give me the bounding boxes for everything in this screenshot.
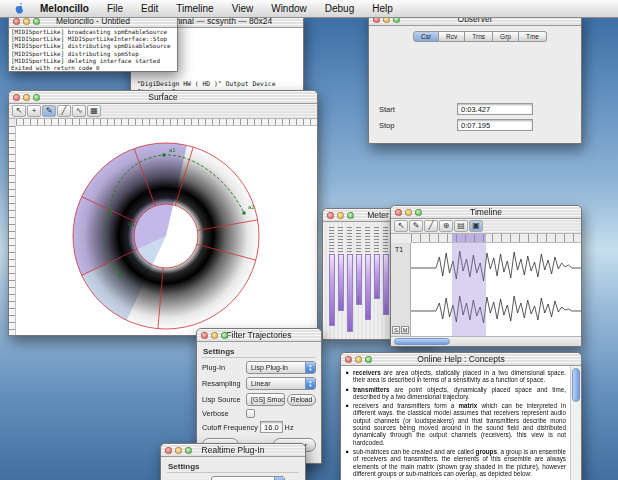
observer-window: Observer Csr Rcv Trns Grp Tme Start 0:03… (368, 12, 582, 144)
resampling-dropdown[interactable]: Linear ▲▼ (246, 377, 316, 390)
apple-menu[interactable] (8, 0, 31, 17)
time-selection (452, 234, 486, 242)
tab-receiver[interactable]: Rcv (439, 31, 465, 42)
cutoff-frequency-field[interactable]: 16.0 (260, 421, 283, 433)
help-titlebar[interactable]: Online Help : Concepts (341, 353, 581, 366)
menu-edit[interactable]: Edit (132, 0, 167, 17)
horizontal-ruler (16, 119, 317, 126)
tab-group[interactable]: Grp (493, 31, 519, 42)
observer-tab-bar: Csr Rcv Trns Grp Tme (413, 31, 573, 42)
surface-canvas[interactable]: a1 a2 E1 (16, 126, 317, 336)
start-time-field[interactable]: 0:03.427 (457, 103, 533, 115)
menu-window[interactable]: Window (262, 0, 316, 17)
close-button[interactable] (201, 332, 208, 339)
zoom-button[interactable] (33, 94, 40, 101)
close-button[interactable] (165, 447, 172, 454)
pointer-tool-icon[interactable]: ↖ (12, 105, 26, 117)
tab-cursor[interactable]: Csr (413, 31, 439, 42)
timeline-main: T1 S M (391, 243, 581, 336)
menu-file[interactable]: File (98, 0, 132, 17)
zoom-button[interactable] (33, 18, 40, 25)
stop-label: Stop (379, 121, 457, 130)
close-button[interactable] (327, 212, 334, 219)
zoom-tool-icon[interactable]: ⊕ (439, 220, 453, 232)
cutoff-label: Cutoff Frequency (202, 423, 260, 432)
blend-tool-icon[interactable]: ▤ (454, 220, 468, 232)
filter-titlebar[interactable]: Filter Trajectories (197, 329, 321, 342)
line-tool-icon[interactable]: ╱ (57, 105, 71, 117)
log-line: [MIDISportLike] MIDISportLikeInterface::… (11, 36, 175, 43)
menu-debug[interactable]: Debug (316, 0, 363, 17)
menu-view[interactable]: View (223, 0, 263, 17)
meter-bar (383, 254, 389, 315)
mute-button[interactable]: M (401, 326, 409, 334)
waveform (411, 243, 581, 336)
plugin-dropdown[interactable]: Lisp Plug-In ▲▼ (246, 361, 316, 374)
help-content: receivers are area objects, statically p… (341, 366, 570, 480)
minimize-button[interactable] (23, 18, 30, 25)
zoom-button[interactable] (347, 212, 354, 219)
scrollbar-thumb[interactable] (394, 338, 450, 345)
timeline-scrollbar[interactable] (391, 336, 581, 346)
minimize-button[interactable] (211, 332, 218, 339)
timeline-titlebar[interactable]: Timeline (391, 206, 581, 219)
verbose-row: Verbose (202, 409, 316, 418)
menu-help[interactable]: Help (363, 0, 402, 17)
plugin-label: Plug-In (202, 363, 246, 372)
realtime-body: Settings Plug-In Lisp Plug-In ▲▼ (161, 457, 305, 480)
zoom-button[interactable] (365, 356, 372, 363)
zoom-button[interactable] (415, 209, 422, 216)
log-line: [MIDISportLike] deleting interface start… (11, 58, 175, 65)
timeline-window: Timeline ↖ ✎ ╱ ⊕ ▤ ▣ T1 S M (390, 205, 582, 347)
pencil-tool-icon[interactable]: ✎ (42, 105, 56, 117)
minimize-button[interactable] (23, 94, 30, 101)
resampling-label: Resampling (202, 379, 246, 388)
close-button[interactable] (345, 356, 352, 363)
curve-tool-icon[interactable]: ∿ (72, 105, 86, 117)
help-bullet: receivers are area objects, statically p… (346, 369, 566, 384)
tab-time[interactable]: Tme (519, 31, 547, 42)
log-window: Meloncillo - Untitled [MIDISportLike] br… (8, 14, 178, 72)
meter-column (346, 226, 353, 332)
window-controls (201, 332, 228, 339)
reload-button[interactable]: Reload (287, 394, 316, 406)
line-tool-icon[interactable]: ╱ (424, 220, 438, 232)
zoom-button[interactable] (221, 332, 228, 339)
stop-row: Stop 0:07.195 (379, 119, 567, 131)
tab-transmitter[interactable]: Trns (465, 31, 493, 42)
surface-titlebar[interactable]: Surface (9, 91, 317, 104)
minimize-button[interactable] (405, 209, 412, 216)
minimize-button[interactable] (337, 212, 344, 219)
menu-timeline[interactable]: Timeline (167, 0, 222, 17)
meter-column (328, 226, 335, 326)
close-button[interactable] (13, 18, 20, 25)
menu-app[interactable]: Meloncillo (31, 0, 98, 17)
vertical-ruler (9, 126, 16, 335)
scrollbar-thumb[interactable] (572, 368, 580, 402)
catch-toggle-icon[interactable]: ▣ (469, 220, 483, 232)
lisp-source-row: Lisp Source [GS] Smooth ▲▼ Reload (202, 393, 316, 406)
meter-bar (338, 254, 344, 311)
plugin-dropdown[interactable]: Lisp Plug-In ▲▼ (211, 476, 285, 480)
stop-time-field[interactable]: 0:07.195 (457, 119, 533, 131)
minimize-button[interactable] (355, 356, 362, 363)
minimize-button[interactable] (175, 447, 182, 454)
pointer-tool-icon[interactable]: ↖ (394, 220, 408, 232)
help-bullet: receivers and transmitters form a matrix… (346, 402, 566, 446)
verbose-checkbox[interactable] (246, 409, 255, 418)
cutoff-unit-label: Hz (285, 423, 322, 432)
crosshair-tool-icon[interactable]: + (27, 105, 41, 117)
solo-button[interactable]: S (392, 326, 400, 334)
waveform-area[interactable] (411, 243, 581, 336)
lisp-source-dropdown[interactable]: [GS] Smooth ▲▼ (246, 393, 285, 406)
help-scrollbar[interactable] (570, 366, 581, 480)
track-name: T1 (391, 243, 410, 253)
realtime-titlebar[interactable]: Realtime Plug-In (161, 444, 305, 457)
zoom-button[interactable] (185, 447, 192, 454)
pencil-tool-icon[interactable]: ✎ (409, 220, 423, 232)
window-controls (13, 94, 40, 101)
grid-tool-icon[interactable]: ▦ (87, 105, 101, 117)
close-button[interactable] (395, 209, 402, 216)
close-button[interactable] (13, 94, 20, 101)
time-ruler[interactable] (411, 234, 581, 243)
